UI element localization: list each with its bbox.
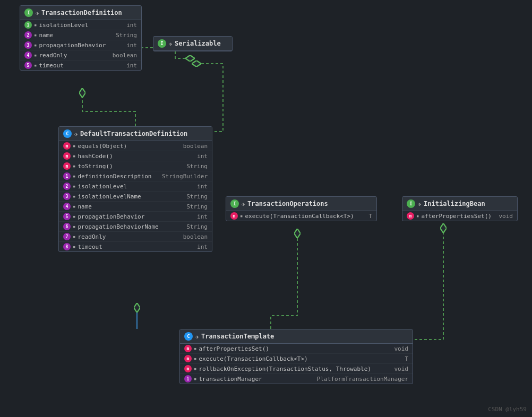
row-name: propagationBehavior (78, 213, 191, 220)
table-row: 1 ▪ transactionManager PlatformTransacti… (180, 374, 413, 384)
row-name: afterPropertiesSet() (199, 345, 388, 352)
row-type: boolean (179, 233, 208, 240)
table-row: 8 ▪ timeout int (59, 242, 212, 251)
row-badge: 1 (24, 21, 32, 29)
row-type: String (182, 203, 208, 210)
row-name: isolationLevel (39, 22, 120, 29)
row-name: toString() (78, 163, 180, 170)
row-badge: 8 (63, 243, 71, 250)
default-transaction-definition-header: C ⬗ DefaultTransactionDefinition (59, 127, 212, 141)
row-name: readOnly (39, 52, 106, 59)
ib-title: InitializingBean (424, 200, 485, 207)
table-row: m ▪ execute(TransactionCallback<T>) T (226, 211, 376, 221)
transaction-operations-box: I ⬗ TransactionOperations m ▪ execute(Tr… (226, 196, 377, 221)
transaction-definition-box: I ⬗ TransactionDefinition 1 ▪ isolationL… (20, 5, 142, 71)
row-name: hashCode() (78, 153, 191, 160)
row-badge: m (230, 212, 238, 220)
transaction-template-header: C ⬗ TransactionTemplate (180, 329, 413, 344)
row-badge: m (63, 152, 71, 160)
table-row: 2 ▪ name String (20, 30, 141, 40)
row-badge: m (63, 162, 71, 170)
serializable-badge: I (158, 39, 166, 48)
row-name: equals(Object) (78, 143, 176, 150)
row-type: int (193, 213, 208, 220)
row-name: timeout (78, 244, 191, 250)
transaction-definition-header: I ⬗ TransactionDefinition (20, 6, 141, 20)
tt-badge: C (184, 332, 193, 341)
serializable-box: I ⬗ Serializable (153, 36, 233, 51)
row-name: propagationBehavior (39, 42, 120, 49)
watermark: CSDN @lyh59 (488, 406, 527, 413)
table-row: 3 ▪ isolationLevelName String (59, 192, 212, 202)
dtd-title: DefaultTransactionDefinition (80, 130, 187, 137)
table-row: 2 ▪ isolationLevel int (59, 181, 212, 192)
row-badge: 1 (184, 375, 192, 383)
table-row: 4 ▪ name String (59, 202, 212, 212)
table-row: 3 ▪ propagationBehavior int (20, 40, 141, 50)
table-row: 1 ▪ isolationLevel int (20, 20, 141, 30)
row-name: timeout (39, 62, 120, 69)
transaction-template-box: C ⬗ TransactionTemplate m ▪ afterPropert… (179, 329, 413, 384)
row-name: execute(TransactionCallback<T>) (199, 355, 398, 362)
row-name: rollbackOnException(TransactionStatus, T… (199, 366, 388, 372)
row-type: int (193, 183, 208, 190)
row-badge: 2 (63, 183, 71, 190)
row-type: int (122, 42, 137, 49)
tt-title: TransactionTemplate (201, 333, 274, 340)
table-row: 7 ▪ readOnly boolean (59, 232, 212, 242)
row-name: propagationBehaviorName (78, 223, 180, 230)
row-name: execute(TransactionCallback<T>) (245, 213, 362, 220)
table-row: m ▪ afterPropertiesSet() void (180, 344, 413, 354)
table-row: m ▪ hashCode() int (59, 151, 212, 161)
transaction-definition-badge: I (24, 8, 33, 17)
table-row: m ▪ execute(TransactionCallback<T>) T (180, 354, 413, 364)
row-name: isolationLevel (78, 183, 191, 190)
row-type: int (193, 244, 208, 250)
row-type: PlatformTransactionManager (313, 376, 408, 383)
row-type: String (111, 32, 137, 39)
row-badge: 7 (63, 233, 71, 240)
row-type: String (182, 223, 208, 230)
row-badge: 5 (63, 213, 71, 220)
row-type: String (182, 193, 208, 200)
row-name: transactionManager (199, 376, 310, 383)
table-row: 1 ▪ definitionDescription StringBuilder (59, 171, 212, 181)
row-name: afterPropertiesSet() (421, 213, 492, 220)
row-type: T (400, 355, 408, 362)
row-badge: 2 (24, 31, 32, 39)
table-row: 5 ▪ propagationBehavior int (59, 212, 212, 222)
row-badge: m (407, 212, 414, 220)
row-type: int (122, 62, 137, 69)
row-badge: m (63, 142, 71, 150)
table-row: 5 ▪ timeout int (20, 60, 141, 70)
row-badge: 3 (63, 193, 71, 200)
table-row: m ▪ equals(Object) boolean (59, 141, 212, 151)
row-badge: m (184, 345, 192, 352)
diagram-canvas: I ⬗ TransactionDefinition 1 ▪ isolationL… (0, 0, 532, 417)
row-type: T (364, 213, 372, 220)
row-name: name (78, 203, 180, 210)
serializable-title: Serializable (175, 40, 221, 47)
row-badge: 5 (24, 62, 32, 69)
default-transaction-definition-box: C ⬗ DefaultTransactionDefinition m ▪ equ… (58, 126, 212, 252)
row-badge: m (184, 365, 192, 372)
row-type: int (122, 22, 137, 29)
transaction-definition-title: TransactionDefinition (41, 9, 122, 16)
initializing-bean-box: I ⬗ InitializingBean m ▪ afterProperties… (402, 196, 518, 221)
to-title: TransactionOperations (247, 200, 328, 207)
row-type: boolean (179, 143, 208, 150)
row-type: void (390, 366, 409, 372)
table-row: m ▪ afterPropertiesSet() void (402, 211, 517, 221)
ib-badge: I (407, 199, 415, 208)
row-type: void (495, 213, 513, 220)
table-row: m ▪ toString() String (59, 161, 212, 171)
row-name: isolationLevelName (78, 193, 180, 200)
table-row: m ▪ rollbackOnException(TransactionStatu… (180, 364, 413, 374)
row-name: name (39, 32, 109, 39)
row-name: readOnly (78, 233, 176, 240)
table-row: 4 ▪ readOnly boolean (20, 50, 141, 60)
transaction-operations-header: I ⬗ TransactionOperations (226, 197, 376, 211)
dtd-badge: C (63, 129, 72, 138)
row-type: StringBuilder (158, 173, 208, 180)
row-badge: m (184, 355, 192, 362)
